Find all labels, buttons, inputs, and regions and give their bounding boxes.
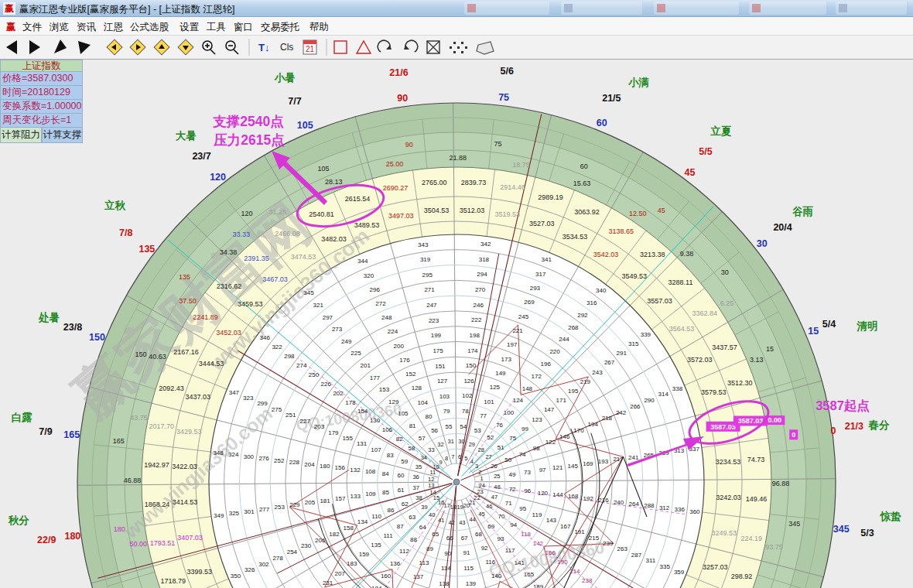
svg-text:147: 147 <box>544 406 555 413</box>
svg-text:56: 56 <box>431 427 438 434</box>
svg-text:143: 143 <box>546 517 557 524</box>
svg-text:47: 47 <box>491 494 498 501</box>
svg-text:51: 51 <box>498 444 504 451</box>
svg-text:压力2615点: 压力2615点 <box>213 132 285 148</box>
svg-text:102: 102 <box>462 392 473 399</box>
svg-text:202: 202 <box>333 390 344 397</box>
svg-text:320: 320 <box>364 272 374 279</box>
svg-text:97: 97 <box>539 467 546 473</box>
svg-text:60: 60 <box>397 472 404 479</box>
svg-text:36: 36 <box>412 473 419 480</box>
svg-text:137: 137 <box>413 573 424 580</box>
svg-text:90: 90 <box>405 141 413 149</box>
svg-text:160: 160 <box>381 573 392 579</box>
svg-text:340: 340 <box>596 287 607 294</box>
svg-text:243: 243 <box>592 369 603 376</box>
svg-text:129: 129 <box>388 398 399 405</box>
svg-text:170: 170 <box>573 427 584 434</box>
svg-text:2914.46: 2914.46 <box>500 183 525 191</box>
svg-text:2017.70: 2017.70 <box>149 422 175 430</box>
svg-text:199: 199 <box>431 332 442 339</box>
svg-text:203: 203 <box>314 423 325 430</box>
svg-text:3257.03: 3257.03 <box>703 563 728 571</box>
svg-text:317: 317 <box>535 271 546 278</box>
svg-text:271: 271 <box>424 286 435 293</box>
svg-text:谷雨: 谷雨 <box>792 206 814 217</box>
svg-text:290: 290 <box>644 397 655 404</box>
svg-text:105: 105 <box>398 410 409 417</box>
svg-text:24: 24 <box>479 482 485 489</box>
svg-text:314: 314 <box>658 391 669 398</box>
svg-text:118: 118 <box>521 531 531 538</box>
svg-text:239: 239 <box>603 540 614 547</box>
svg-text:207: 207 <box>335 570 346 577</box>
svg-text:3489.53: 3489.53 <box>354 221 380 229</box>
svg-text:249: 249 <box>341 338 352 345</box>
svg-text:206: 206 <box>315 537 326 544</box>
svg-text:246: 246 <box>474 302 484 309</box>
svg-text:60: 60 <box>580 162 588 170</box>
svg-text:267: 267 <box>604 359 615 366</box>
svg-text:229: 229 <box>289 501 300 508</box>
svg-text:立秋: 立秋 <box>104 199 126 211</box>
svg-text:3527.03: 3527.03 <box>529 220 555 227</box>
svg-text:250: 250 <box>309 371 320 378</box>
svg-text:157: 157 <box>335 495 346 502</box>
svg-text:230: 230 <box>301 542 312 549</box>
svg-text:7: 7 <box>451 453 454 460</box>
svg-text:133: 133 <box>350 493 361 500</box>
svg-text:3249.53: 3249.53 <box>712 529 737 537</box>
svg-text:277: 277 <box>259 506 270 513</box>
svg-text:319: 319 <box>420 256 431 263</box>
svg-text:3063.92: 3063.92 <box>574 208 600 216</box>
svg-text:242: 242 <box>616 409 627 416</box>
svg-text:3542.03: 3542.03 <box>593 251 619 258</box>
svg-text:30: 30 <box>757 238 768 249</box>
svg-text:120: 120 <box>210 172 226 183</box>
svg-text:48: 48 <box>494 484 500 491</box>
svg-text:221: 221 <box>512 327 523 334</box>
svg-text:312: 312 <box>659 504 670 511</box>
svg-text:3: 3 <box>475 463 478 470</box>
svg-text:223: 223 <box>429 317 439 324</box>
svg-text:175: 175 <box>433 347 443 354</box>
svg-text:3467.03: 3467.03 <box>262 275 288 283</box>
svg-text:126: 126 <box>463 378 474 385</box>
svg-text:298.92: 298.92 <box>731 573 753 580</box>
svg-text:335: 335 <box>660 563 671 570</box>
svg-text:225: 225 <box>350 350 361 357</box>
svg-text:342: 342 <box>480 241 491 248</box>
svg-text:336: 336 <box>675 506 686 513</box>
svg-text:3579.53: 3579.53 <box>701 388 727 396</box>
svg-text:165: 165 <box>113 437 125 445</box>
svg-text:23/7: 23/7 <box>192 151 210 162</box>
svg-text:3512.03: 3512.03 <box>460 207 485 214</box>
svg-text:245: 245 <box>518 313 529 320</box>
svg-text:218: 218 <box>602 415 613 422</box>
svg-text:345: 345 <box>303 289 314 296</box>
svg-text:181: 181 <box>320 497 330 504</box>
svg-text:299: 299 <box>257 400 268 407</box>
svg-text:324: 324 <box>228 451 239 458</box>
svg-text:3587起点: 3587起点 <box>816 398 870 413</box>
svg-text:231: 231 <box>323 579 333 586</box>
svg-text:31.25: 31.25 <box>268 208 286 216</box>
svg-text:120: 120 <box>538 490 549 497</box>
svg-text:127: 127 <box>437 378 448 385</box>
svg-text:40: 40 <box>429 511 435 518</box>
svg-text:182: 182 <box>329 531 340 538</box>
svg-text:145: 145 <box>568 463 579 470</box>
svg-text:83: 83 <box>387 452 394 459</box>
svg-text:228: 228 <box>289 459 300 466</box>
svg-text:134: 134 <box>357 518 368 525</box>
svg-text:224: 224 <box>388 328 398 335</box>
svg-text:73: 73 <box>524 469 531 476</box>
svg-text:173: 173 <box>501 356 512 363</box>
svg-text:217: 217 <box>613 456 624 463</box>
svg-text:141: 141 <box>515 559 525 566</box>
svg-text:359: 359 <box>674 569 685 576</box>
svg-text:3572.03: 3572.03 <box>687 356 713 364</box>
svg-text:42: 42 <box>448 519 454 526</box>
svg-text:360: 360 <box>689 508 700 515</box>
svg-text:180: 180 <box>114 525 125 533</box>
